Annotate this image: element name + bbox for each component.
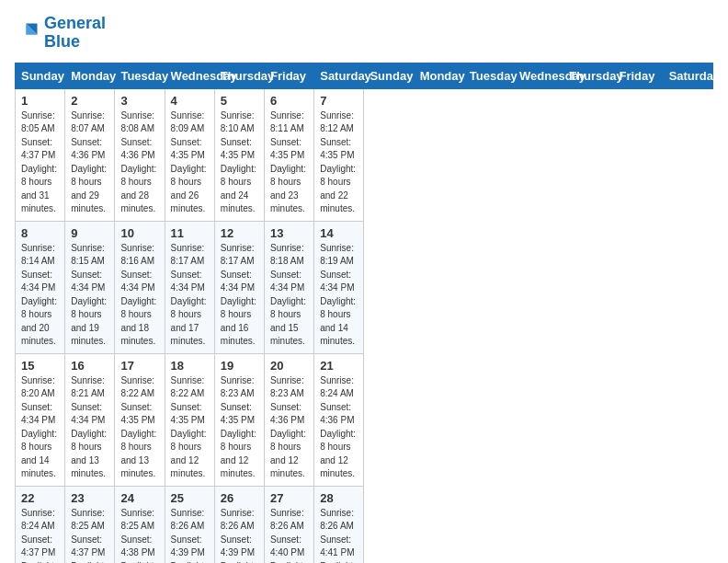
calendar-cell: 12 Sunrise: 8:17 AMSunset: 4:34 PMDaylig…	[214, 221, 264, 353]
day-info: Sunrise: 8:25 AMSunset: 4:38 PMDaylight:…	[120, 507, 158, 563]
calendar-cell: 9 Sunrise: 8:15 AMSunset: 4:34 PMDayligh…	[65, 221, 115, 353]
calendar-cell: 10 Sunrise: 8:16 AMSunset: 4:34 PMDaylig…	[115, 221, 165, 353]
calendar-cell: 19 Sunrise: 8:23 AMSunset: 4:35 PMDaylig…	[214, 353, 264, 486]
calendar-cell: 14 Sunrise: 8:19 AMSunset: 4:34 PMDaylig…	[314, 221, 364, 353]
calendar-cell: 2 Sunrise: 8:07 AMSunset: 4:36 PMDayligh…	[65, 88, 115, 221]
day-number: 24	[120, 491, 158, 505]
day-number: 6	[270, 94, 308, 108]
day-info: Sunrise: 8:25 AMSunset: 4:37 PMDaylight:…	[71, 507, 108, 563]
day-info: Sunrise: 8:15 AMSunset: 4:34 PMDaylight:…	[71, 242, 108, 349]
col-header-wednesday: Wednesday	[514, 63, 563, 88]
calendar-cell: 25 Sunrise: 8:26 AMSunset: 4:39 PMDaylig…	[165, 486, 214, 563]
day-number: 19	[221, 359, 258, 373]
day-info: Sunrise: 8:20 AMSunset: 4:34 PMDaylight:…	[21, 374, 59, 481]
calendar-cell: 18 Sunrise: 8:22 AMSunset: 4:35 PMDaylig…	[165, 353, 214, 486]
day-number: 20	[270, 359, 308, 373]
day-info: Sunrise: 8:07 AMSunset: 4:36 PMDaylight:…	[71, 109, 108, 216]
day-number: 7	[320, 94, 358, 108]
day-number: 18	[171, 359, 209, 373]
calendar-cell: 13 Sunrise: 8:18 AMSunset: 4:34 PMDaylig…	[265, 221, 314, 353]
calendar-cell: 1 Sunrise: 8:05 AMSunset: 4:37 PMDayligh…	[16, 88, 65, 221]
day-info: Sunrise: 8:21 AMSunset: 4:34 PMDaylight:…	[71, 374, 108, 481]
day-number: 10	[120, 226, 158, 240]
day-number: 13	[270, 226, 308, 240]
day-number: 16	[71, 359, 108, 373]
logo-icon	[15, 20, 40, 46]
day-info: Sunrise: 8:16 AMSunset: 4:34 PMDaylight:…	[120, 242, 158, 349]
day-number: 5	[221, 94, 258, 108]
calendar-cell: 24 Sunrise: 8:25 AMSunset: 4:38 PMDaylig…	[115, 486, 165, 563]
day-number: 3	[120, 94, 158, 108]
day-number: 22	[21, 491, 59, 505]
col-header-saturday: Saturday	[663, 63, 712, 88]
calendar-cell: 26 Sunrise: 8:26 AMSunset: 4:39 PMDaylig…	[214, 486, 264, 563]
calendar-cell: 3 Sunrise: 8:08 AMSunset: 4:36 PMDayligh…	[115, 88, 165, 221]
day-info: Sunrise: 8:22 AMSunset: 4:35 PMDaylight:…	[120, 374, 158, 481]
day-info: Sunrise: 8:23 AMSunset: 4:35 PMDaylight:…	[221, 374, 258, 481]
calendar-cell: 23 Sunrise: 8:25 AMSunset: 4:37 PMDaylig…	[65, 486, 115, 563]
day-info: Sunrise: 8:18 AMSunset: 4:34 PMDaylight:…	[270, 242, 308, 349]
col-header-wednesday: Wednesday	[165, 63, 214, 88]
calendar-cell: 16 Sunrise: 8:21 AMSunset: 4:34 PMDaylig…	[65, 353, 115, 486]
col-header-thursday: Thursday	[563, 63, 613, 88]
col-header-sunday: Sunday	[364, 63, 414, 88]
calendar-cell: 5 Sunrise: 8:10 AMSunset: 4:35 PMDayligh…	[214, 88, 264, 221]
calendar-cell: 15 Sunrise: 8:20 AMSunset: 4:34 PMDaylig…	[16, 353, 65, 486]
header-row: SundayMondayTuesdayWednesdayThursdayFrid…	[16, 63, 713, 88]
calendar-cell: 21 Sunrise: 8:24 AMSunset: 4:36 PMDaylig…	[314, 353, 364, 486]
day-info: Sunrise: 8:23 AMSunset: 4:36 PMDaylight:…	[270, 374, 308, 481]
col-header-thursday: Thursday	[214, 63, 264, 88]
calendar-cell: 20 Sunrise: 8:23 AMSunset: 4:36 PMDaylig…	[265, 353, 314, 486]
day-info: Sunrise: 8:26 AMSunset: 4:40 PMDaylight:…	[270, 507, 308, 563]
day-info: Sunrise: 8:24 AMSunset: 4:37 PMDaylight:…	[21, 507, 59, 563]
day-number: 26	[221, 491, 258, 505]
calendar-cell: 8 Sunrise: 8:14 AMSunset: 4:34 PMDayligh…	[16, 221, 65, 353]
week-row-2: 8 Sunrise: 8:14 AMSunset: 4:34 PMDayligh…	[16, 221, 713, 353]
week-row-4: 22 Sunrise: 8:24 AMSunset: 4:37 PMDaylig…	[16, 486, 713, 563]
day-number: 25	[171, 491, 209, 505]
calendar-cell: 6 Sunrise: 8:11 AMSunset: 4:35 PMDayligh…	[265, 88, 314, 221]
calendar-cell: 4 Sunrise: 8:09 AMSunset: 4:35 PMDayligh…	[165, 88, 214, 221]
col-header-saturday: Saturday	[314, 63, 364, 88]
week-row-3: 15 Sunrise: 8:20 AMSunset: 4:34 PMDaylig…	[16, 353, 713, 486]
day-info: Sunrise: 8:24 AMSunset: 4:36 PMDaylight:…	[320, 374, 358, 481]
day-info: Sunrise: 8:26 AMSunset: 4:39 PMDaylight:…	[221, 507, 258, 563]
day-info: Sunrise: 8:14 AMSunset: 4:34 PMDaylight:…	[21, 242, 59, 349]
day-number: 12	[221, 226, 258, 240]
col-header-tuesday: Tuesday	[463, 63, 513, 88]
day-info: Sunrise: 8:26 AMSunset: 4:39 PMDaylight:…	[171, 507, 209, 563]
day-info: Sunrise: 8:26 AMSunset: 4:41 PMDaylight:…	[320, 507, 358, 563]
day-info: Sunrise: 8:09 AMSunset: 4:35 PMDaylight:…	[171, 109, 209, 216]
col-header-friday: Friday	[265, 63, 314, 88]
logo-text: General Blue	[44, 15, 106, 52]
day-number: 11	[171, 226, 209, 240]
calendar-cell: 22 Sunrise: 8:24 AMSunset: 4:37 PMDaylig…	[16, 486, 65, 563]
day-info: Sunrise: 8:22 AMSunset: 4:35 PMDaylight:…	[171, 374, 209, 481]
calendar-cell: 7 Sunrise: 8:12 AMSunset: 4:35 PMDayligh…	[314, 88, 364, 221]
day-info: Sunrise: 8:08 AMSunset: 4:36 PMDaylight:…	[120, 109, 158, 216]
calendar-table: SundayMondayTuesdayWednesdayThursdayFrid…	[15, 63, 713, 563]
calendar-cell: 17 Sunrise: 8:22 AMSunset: 4:35 PMDaylig…	[115, 353, 165, 486]
day-info: Sunrise: 8:19 AMSunset: 4:34 PMDaylight:…	[320, 242, 358, 349]
col-header-monday: Monday	[414, 63, 463, 88]
day-number: 2	[71, 94, 108, 108]
day-info: Sunrise: 8:10 AMSunset: 4:35 PMDaylight:…	[221, 109, 258, 216]
logo: General Blue	[15, 15, 106, 52]
calendar-cell: 28 Sunrise: 8:26 AMSunset: 4:41 PMDaylig…	[314, 486, 364, 563]
col-header-monday: Monday	[65, 63, 115, 88]
day-number: 23	[71, 491, 108, 505]
day-number: 1	[21, 94, 59, 108]
day-number: 14	[320, 226, 358, 240]
day-number: 17	[120, 359, 158, 373]
col-header-tuesday: Tuesday	[115, 63, 165, 88]
day-info: Sunrise: 8:17 AMSunset: 4:34 PMDaylight:…	[171, 242, 209, 349]
day-info: Sunrise: 8:11 AMSunset: 4:35 PMDaylight:…	[270, 109, 308, 216]
day-number: 21	[320, 359, 358, 373]
day-number: 9	[71, 226, 108, 240]
page-header: General Blue	[15, 15, 713, 52]
calendar-cell: 11 Sunrise: 8:17 AMSunset: 4:34 PMDaylig…	[165, 221, 214, 353]
day-info: Sunrise: 8:12 AMSunset: 4:35 PMDaylight:…	[320, 109, 358, 216]
week-row-1: 1 Sunrise: 8:05 AMSunset: 4:37 PMDayligh…	[16, 88, 713, 221]
day-info: Sunrise: 8:05 AMSunset: 4:37 PMDaylight:…	[21, 109, 59, 216]
day-number: 15	[21, 359, 59, 373]
